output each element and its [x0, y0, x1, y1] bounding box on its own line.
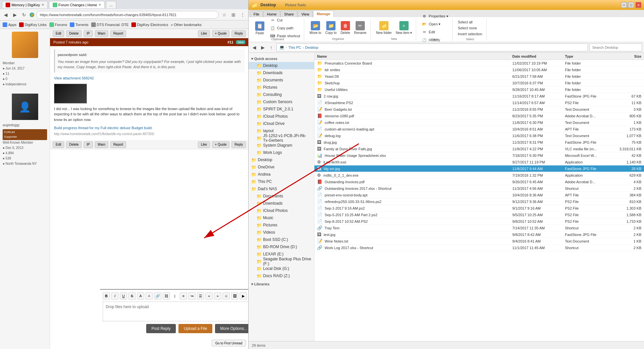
font-size-2[interactable]: A	[146, 292, 153, 300]
ip-button-1[interactable]: IP	[84, 30, 93, 37]
nav-item-icloud-photos[interactable]: 📁iCloud Photos	[249, 113, 314, 120]
nav-item-this-pc[interactable]: 📁This PC	[249, 178, 314, 185]
ribbon-tab-view[interactable]: View	[298, 11, 313, 17]
nav-item-custom-sensors[interactable]: 📁Custom Sensors	[249, 98, 314, 105]
nav-item-desktop[interactable]: 📁Desktop	[249, 62, 314, 69]
nav-item-pictures[interactable]: 📁Pictures	[249, 84, 314, 91]
ribbon-tab-share[interactable]: Share	[281, 11, 297, 17]
table-row[interactable]: 📊 House Water Usage Spreadsheet.xlsx 7/1…	[314, 152, 644, 159]
delete-button[interactable]: 🗑 Delete	[339, 20, 351, 36]
properties-button[interactable]: ⚙ Properties ▾	[420, 13, 449, 20]
report-button-1[interactable]: Report	[110, 30, 126, 37]
address-bar[interactable]	[36, 11, 219, 19]
report-button-2[interactable]: Report	[110, 141, 126, 148]
tab-forum[interactable]: Forum Changes | Home ✕	[49, 1, 105, 8]
table-row[interactable]: 📕 Outstanding Invoices.pdf 9/26/2017 6:4…	[314, 179, 644, 185]
attachment-link[interactable]: View attachment 568242	[54, 76, 94, 80]
column-name[interactable]: Name	[316, 54, 511, 58]
tab-other[interactable]: ...	[106, 1, 116, 8]
nav-item-documents[interactable]: 📁Documents	[249, 76, 314, 84]
nav-item-system-diagram[interactable]: 📁System Diagram	[249, 142, 314, 149]
warn-button-1[interactable]: Warn	[95, 30, 109, 37]
rename-button[interactable]: ✏ Rename	[353, 20, 368, 36]
edit-ribbon-button[interactable]: ✏ Edit	[420, 28, 449, 36]
explorer-up[interactable]: ↑	[268, 44, 275, 51]
outdent-button[interactable]: «	[205, 292, 213, 300]
unordered-list[interactable]: ≔	[188, 292, 196, 300]
table-row[interactable]: ⚙ iLetFileXfr.exe 9/27/2017 11:19 PM App…	[314, 159, 644, 165]
nav-item-downloads[interactable]: 📁Downloads	[249, 69, 314, 76]
path-bar[interactable]: 💻 › This PC › Desktop	[276, 44, 588, 51]
editor-drop-area[interactable]: Drop files here to upload ldg ssr	[103, 302, 248, 321]
nav-item-local-disk-(g:)[interactable]: 📁Local Disk (G:)	[249, 265, 314, 272]
emoji-button[interactable]: ☺	[223, 292, 230, 300]
path-desktop[interactable]: Desktop	[305, 45, 318, 49]
table-row[interactable]: 📄 refinedrcp250-100-33-51-96ms.ps2 9/12/…	[314, 198, 644, 205]
copy-path-button[interactable]: 📋 Copy path	[268, 24, 301, 32]
nav-item-consulting[interactable]: 📁Consulting	[249, 91, 314, 98]
attachment-thumbnail[interactable]	[54, 84, 87, 103]
table-row[interactable]: 🔗 Work Log 2017.xlsx - Shortcut 11/1/201…	[314, 245, 644, 251]
nav-item-dad's-nas[interactable]: 📁Dad's NAS	[249, 185, 314, 192]
table-row[interactable]: 📕 xlexisme-1080.pdf 8/23/2017 5:35 PM Ad…	[314, 113, 644, 119]
path-this-pc[interactable]: This PC	[288, 45, 301, 49]
bookmark-forums[interactable]: Forums	[49, 22, 67, 27]
invert-selection-button[interactable]: Invert selection	[457, 31, 484, 37]
nav-item-downloads[interactable]: 📁Downloads	[249, 200, 314, 207]
extensions-button[interactable]: ⊞	[230, 11, 237, 18]
nav-item-videos[interactable]: 📁Videos	[249, 229, 314, 236]
move-to-button[interactable]: 📂 Move to	[308, 20, 323, 36]
nav-item-music[interactable]: 📁Music	[249, 214, 314, 221]
table-row[interactable]: 📄 XSmashtime.PS2 11/14/2017 6:57 AM PS2 …	[314, 100, 644, 106]
build-link[interactable]: Build progress thread for my Full electr…	[54, 126, 153, 130]
bookmark-apps[interactable]: Apps	[3, 22, 16, 27]
table-row[interactable]: 📝 debug.log 11/6/2017 6:38 PM Text Docum…	[314, 132, 644, 139]
close-button[interactable]: ✕	[635, 2, 641, 8]
table-row[interactable]: 📄 custom-all-screen1-loading.apt 10/4/20…	[314, 126, 644, 132]
ribbon-tab-home[interactable]: Home	[263, 11, 280, 17]
nav-item-pictures[interactable]: 📁Pictures	[249, 221, 314, 229]
nav-item-andrea[interactable]: 📁Andrea	[249, 171, 314, 178]
back-button[interactable]: ◀	[2, 11, 9, 18]
explorer-back[interactable]: ◀	[251, 44, 258, 51]
reload-button[interactable]: ↻	[20, 11, 28, 18]
new-folder-button[interactable]: 📁 New folder	[375, 20, 393, 36]
bookmark-dk2[interactable]: DigiKey Electronics	[131, 22, 168, 27]
nav-item-seagate-backup-plus-drive-(f:)[interactable]: 📁Seagate Backup Plus Drive (F:)	[249, 258, 314, 265]
table-row[interactable]: 📄 Sep-5-2017 10:25 AM Part 2.ps2 9/5/201…	[314, 212, 644, 218]
bookmark-other[interactable]: » Other bookmarks	[171, 23, 202, 27]
table-row[interactable]: 🔗 Tray Tem 7/14/2017 11:35 AM Shortcut 2…	[314, 225, 644, 231]
nav-item-j5-1252-v1-pcb-jfi-rk-tx-gerbers[interactable]: 📁J5-1252-v1-PCB-JFi-Rk-Tx-Gerbers	[249, 134, 314, 142]
more-options-button[interactable]: More Options...	[215, 324, 248, 333]
cut-button[interactable]: ✂ Cut	[268, 16, 301, 24]
tab-close-2[interactable]: ✕	[98, 3, 101, 7]
table-row[interactable]: 🖼 2 row.jpg 11/16/2017 8:17 AM FastStone…	[314, 93, 644, 100]
go-first-unread-button[interactable]: Go to First Unread	[212, 340, 246, 346]
column-type[interactable]: Type	[564, 54, 616, 58]
media-button[interactable]: ▶	[240, 292, 247, 300]
strikethrough-button[interactable]: S	[128, 292, 136, 300]
table-row[interactable]: 📁 Pneumatics Connector Board 11/02/2017 …	[314, 60, 644, 67]
explorer-forward[interactable]: ▶	[259, 44, 266, 51]
table-row[interactable]: 📝 coffee notes.txt 11/8/2017 6:30 PM Tex…	[314, 119, 644, 126]
table-row[interactable]: 📄 Sep-1-2017 9:16 AM.ps2 9/1/2017 9:16 A…	[314, 205, 644, 212]
nav-item-spirit-dk_2.0.1[interactable]: 📁SPIRIT DK_2.0.1	[249, 105, 314, 113]
table-row[interactable]: ⚙ mdtlc_0_2_1_dev.exe 7/19/2016 1:32 PM …	[314, 172, 644, 179]
nav-item-boot-ssd-(c:)[interactable]: 📁Boot SSD (C:)	[249, 236, 314, 243]
ip-button-2[interactable]: IP	[84, 141, 93, 148]
table-row[interactable]: 📝 Wine Notes.txt 9/4/2016 8:41 AM Text D…	[314, 238, 644, 245]
maximize-button[interactable]: □	[628, 2, 634, 8]
column-size[interactable]: Size	[616, 54, 643, 58]
select-all-button[interactable]: Select all	[457, 19, 484, 25]
bookmark-digikey[interactable]: DigiKey Links	[19, 22, 47, 27]
table-row[interactable]: 📄 preset-env-scend-body.apt 10/4/2016 8:…	[314, 192, 644, 198]
tab-close-1[interactable]: ✕	[41, 3, 44, 7]
bookmark-dts[interactable]: DTS Financial: DTE	[91, 22, 129, 27]
forward-button[interactable]: ▶	[11, 11, 18, 18]
indent-button[interactable]: »	[214, 292, 221, 300]
nav-item-onedrive[interactable]: 📁OneDrive	[249, 163, 314, 171]
warn-button-2[interactable]: Warn	[95, 141, 109, 148]
delete-button-2[interactable]: Delete	[66, 141, 82, 148]
quote-button-2[interactable]: + Quote	[212, 141, 230, 148]
reply-button-1[interactable]: Reply	[231, 30, 246, 37]
